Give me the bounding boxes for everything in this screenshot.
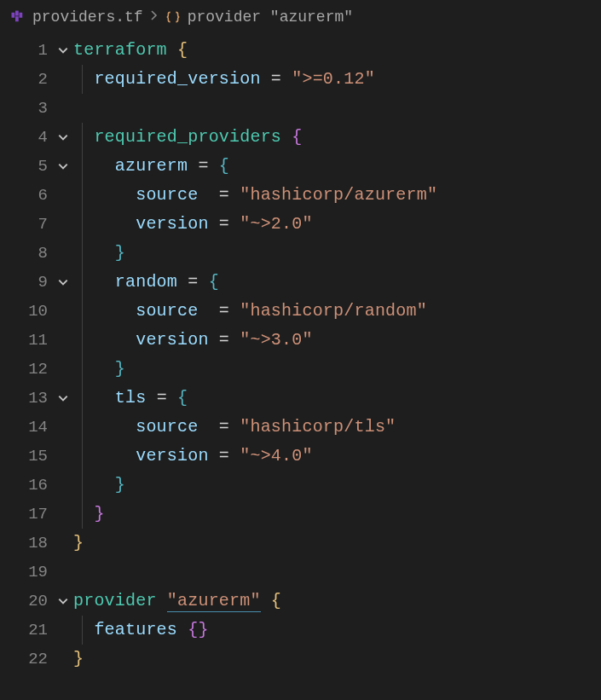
attr-tls: tls (115, 388, 147, 408)
code-line[interactable]: 16 } (0, 471, 601, 500)
code-line[interactable]: 5 azurerm = { (0, 152, 601, 181)
brace-open: { (177, 388, 188, 408)
line-number: 8 (0, 239, 53, 268)
breadcrumb: providers.tf provider "azurerm" (0, 0, 601, 36)
line-number: 6 (0, 181, 53, 210)
attr-version: version (136, 214, 208, 234)
attr-features: features (94, 620, 177, 639)
code-line[interactable]: 6 source = "hashicorp/azurerm" (0, 181, 601, 210)
line-number: 12 (0, 355, 53, 384)
code-line[interactable]: 11 version = "~>3.0" (0, 326, 601, 355)
brace-close: } (115, 475, 125, 495)
brace-open: { (271, 591, 281, 610)
equals: = (219, 330, 229, 350)
equals: = (219, 446, 229, 466)
string-literal: ">=0.12" (292, 69, 375, 89)
brace-close: } (115, 359, 125, 379)
breadcrumb-symbol[interactable]: provider "azurerm" (188, 9, 353, 26)
brace-open: { (219, 156, 229, 176)
attr-source: source (136, 417, 198, 437)
string-literal: "hashicorp/azurerm" (240, 185, 437, 205)
line-number: 15 (0, 442, 53, 471)
svg-rect-3 (15, 16, 19, 21)
attr-source: source (136, 185, 198, 205)
equals: = (157, 388, 167, 408)
code-line[interactable]: 7 version = "~>2.0" (0, 210, 601, 239)
line-number: 11 (0, 326, 53, 355)
brace-open: { (209, 272, 219, 292)
terraform-file-icon (10, 9, 26, 25)
equals: = (271, 69, 281, 89)
keyword-provider: provider (73, 591, 157, 610)
fold-toggle[interactable] (53, 44, 73, 56)
attr-azurerm: azurerm (115, 156, 188, 176)
svg-rect-1 (15, 11, 19, 16)
attr-version: version (136, 330, 208, 350)
code-line[interactable]: 4 required_providers { (0, 123, 601, 152)
keyword-required-providers: required_providers (94, 127, 281, 147)
line-number: 19 (0, 558, 53, 587)
fold-toggle[interactable] (53, 276, 73, 288)
code-line[interactable]: 8 } (0, 239, 601, 268)
brace-close: } (73, 649, 84, 668)
code-line[interactable]: 13 tls = { (0, 384, 601, 413)
attr-source: source (136, 301, 198, 321)
brace-close: } (94, 504, 104, 524)
line-number: 21 (0, 616, 53, 645)
keyword-terraform: terraform (73, 40, 167, 60)
brace-open: { (177, 40, 188, 60)
brace-open: { (292, 127, 302, 147)
svg-rect-2 (20, 13, 23, 18)
line-number: 4 (0, 123, 53, 152)
line-number: 16 (0, 471, 53, 500)
string-literal: "~>2.0" (240, 214, 312, 234)
breadcrumb-file[interactable]: providers.tf (32, 9, 143, 26)
fold-toggle[interactable] (53, 392, 73, 404)
code-line[interactable]: 1 terraform { (0, 36, 601, 65)
code-line[interactable]: 15 version = "~>4.0" (0, 442, 601, 471)
fold-toggle[interactable] (53, 160, 73, 172)
line-number: 7 (0, 210, 53, 239)
line-number: 18 (0, 529, 53, 558)
attr-version: version (136, 446, 208, 466)
attr-random: random (115, 272, 177, 292)
fold-toggle[interactable] (53, 595, 73, 607)
fold-toggle[interactable] (53, 131, 73, 143)
code-line[interactable]: 3 (0, 94, 601, 123)
chevron-right-icon (150, 9, 159, 26)
line-number: 1 (0, 36, 53, 65)
code-editor[interactable]: 1 terraform { 2 required_version = ">=0.… (0, 36, 601, 674)
code-line[interactable]: 21 features {} (0, 616, 601, 645)
attr-required-version: required_version (94, 69, 260, 89)
string-literal-provider: "azurerm" (167, 591, 261, 612)
code-line[interactable]: 22 } (0, 645, 601, 674)
line-number: 2 (0, 65, 53, 94)
line-number: 22 (0, 645, 53, 674)
symbol-namespace-icon (165, 9, 181, 25)
line-number: 17 (0, 500, 53, 529)
brace-close: } (198, 620, 208, 639)
equals: = (219, 417, 229, 437)
line-number: 14 (0, 413, 53, 442)
code-line[interactable]: 14 source = "hashicorp/tls" (0, 413, 601, 442)
line-number: 5 (0, 152, 53, 181)
equals: = (198, 156, 208, 176)
equals: = (188, 272, 198, 292)
code-line[interactable]: 17 } (0, 500, 601, 529)
line-number: 20 (0, 587, 53, 616)
code-line[interactable]: 18 } (0, 529, 601, 558)
brace-close: } (115, 243, 125, 263)
brace-close: } (73, 533, 84, 552)
code-line[interactable]: 9 random = { (0, 268, 601, 297)
code-line[interactable]: 20 provider "azurerm" { (0, 587, 601, 616)
line-number: 10 (0, 297, 53, 326)
code-line[interactable]: 10 source = "hashicorp/random" (0, 297, 601, 326)
equals: = (219, 301, 229, 321)
line-number: 9 (0, 268, 53, 297)
code-line[interactable]: 12 } (0, 355, 601, 384)
code-line[interactable]: 2 required_version = ">=0.12" (0, 65, 601, 94)
code-line[interactable]: 19 (0, 558, 601, 587)
string-literal: "~>4.0" (240, 446, 312, 466)
string-literal: "~>3.0" (240, 330, 312, 350)
line-number: 13 (0, 384, 53, 413)
